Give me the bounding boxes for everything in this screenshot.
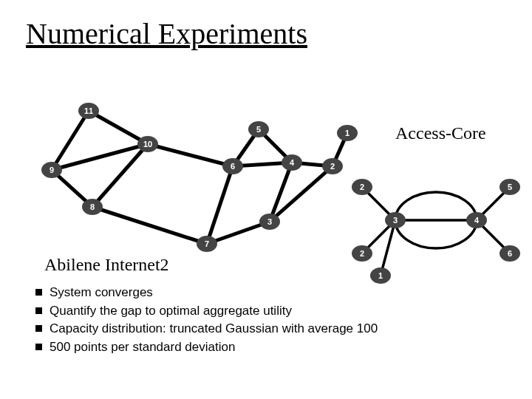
node-11: 11 <box>78 103 99 119</box>
svg-text:5: 5 <box>256 125 261 134</box>
bullet-text: System converges <box>50 284 153 302</box>
svg-text:5: 5 <box>508 183 512 191</box>
node-5: 5 <box>248 121 269 137</box>
svg-line-7 <box>207 166 233 244</box>
node-8: 8 <box>82 199 103 215</box>
bullet-text: Quantify the gap to optimal aggregate ut… <box>50 302 292 321</box>
node-a2-bot: 2 <box>352 245 372 262</box>
node-9: 9 <box>41 162 62 178</box>
node-10: 10 <box>137 136 158 152</box>
svg-text:11: 11 <box>84 106 93 115</box>
node-1: 1 <box>337 125 358 141</box>
access-core-label: Access-Core <box>395 123 486 143</box>
svg-text:6: 6 <box>508 249 512 258</box>
svg-line-0 <box>89 111 148 144</box>
abilene-label: Abilene Internet2 <box>44 255 169 275</box>
svg-text:10: 10 <box>143 140 152 149</box>
node-a6: 6 <box>499 245 520 262</box>
svg-text:4: 4 <box>474 216 480 225</box>
svg-text:6: 6 <box>231 162 235 171</box>
node-4: 4 <box>282 154 302 171</box>
list-item: System converges <box>35 284 378 302</box>
svg-text:3: 3 <box>267 217 272 226</box>
bullet-icon <box>35 307 42 314</box>
svg-text:1: 1 <box>378 271 383 280</box>
node-2: 2 <box>322 158 343 174</box>
svg-text:7: 7 <box>205 239 209 248</box>
bullet-icon <box>35 344 42 350</box>
node-3: 3 <box>259 214 280 230</box>
svg-text:2: 2 <box>360 183 364 191</box>
page-title: Numerical Experiments <box>26 16 307 51</box>
svg-text:4: 4 <box>290 158 295 167</box>
bullet-icon <box>35 325 42 332</box>
list-item: Quantify the gap to optimal aggregate ut… <box>35 302 378 321</box>
node-a2-top: 2 <box>352 179 372 195</box>
node-a5: 5 <box>499 179 520 195</box>
svg-text:2: 2 <box>360 249 364 258</box>
bullet-icon <box>35 289 42 296</box>
bullet-list: System converges Quantify the gap to opt… <box>35 284 378 357</box>
bullet-text: Capacity distribution: truncated Gaussia… <box>50 320 378 338</box>
svg-line-5 <box>92 207 207 244</box>
svg-text:3: 3 <box>393 216 398 225</box>
bullet-text: 500 points per standard deviation <box>50 338 235 357</box>
node-a1: 1 <box>370 267 391 284</box>
node-a3: 3 <box>385 212 406 228</box>
abilene-graph: 11 10 9 8 7 6 5 4 3 2 1 <box>22 89 362 259</box>
svg-text:8: 8 <box>90 202 95 211</box>
svg-text:9: 9 <box>50 166 54 174</box>
node-a4: 4 <box>466 212 487 228</box>
list-item: Capacity distribution: truncated Gaussia… <box>35 320 378 338</box>
node-7: 7 <box>197 236 217 252</box>
list-item: 500 points per standard deviation <box>35 338 378 357</box>
svg-text:2: 2 <box>330 162 335 171</box>
svg-line-6 <box>148 144 233 166</box>
svg-text:1: 1 <box>345 129 349 137</box>
access-core-graph: 2 5 3 4 2 6 1 <box>351 161 521 287</box>
svg-line-4 <box>92 144 148 207</box>
node-6: 6 <box>222 158 243 174</box>
